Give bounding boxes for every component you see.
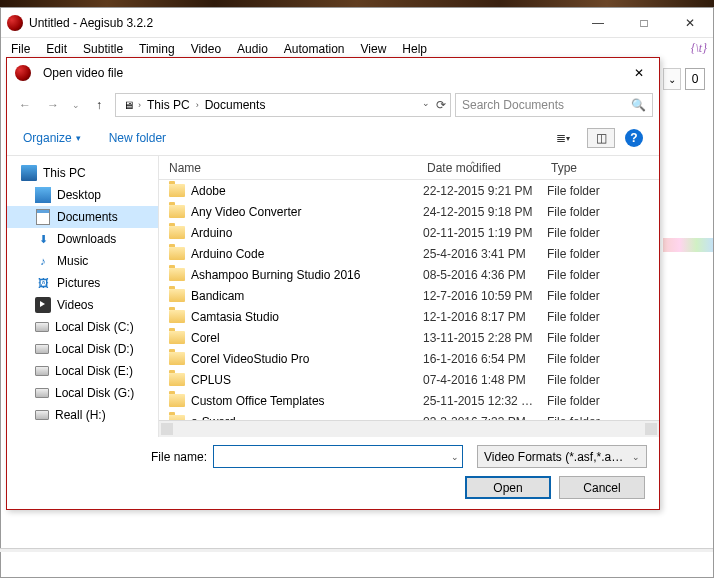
open-file-dialog: Open video file ✕ ← → ⌄ ↑ 🖥 › This PC › … (6, 57, 660, 510)
column-headers[interactable]: Name ⌃ Date modified Type (159, 156, 659, 180)
sidebar-item-pictures[interactable]: 🖼Pictures (7, 272, 158, 294)
sidebar-item-reall-h-[interactable]: Reall (H:) (7, 404, 158, 426)
pc-icon: 🖥 (120, 97, 136, 113)
open-button[interactable]: Open (465, 476, 551, 499)
help-icon[interactable]: ? (625, 129, 643, 147)
horizontal-scrollbar[interactable] (159, 420, 659, 437)
file-name: Custom Office Templates (191, 394, 423, 408)
menu-help[interactable]: Help (394, 39, 435, 59)
sidebar-item-local-disk-c-[interactable]: Local Disk (C:) (7, 316, 158, 338)
sidebar-item-downloads[interactable]: ⬇Downloads (7, 228, 158, 250)
chevron-right-icon: › (138, 100, 141, 110)
file-row[interactable]: e-Sword03-3-2016 7:33 PMFile folder (159, 411, 659, 420)
doc-icon (35, 209, 51, 225)
menu-audio[interactable]: Audio (229, 39, 276, 59)
organize-menu[interactable]: Organize▾ (23, 131, 81, 145)
folder-icon (169, 226, 185, 239)
file-date: 12-1-2016 8:17 PM (423, 310, 547, 324)
down-icon: ⬇ (35, 231, 51, 247)
file-row[interactable]: Adobe22-12-2015 9:21 PMFile folder (159, 180, 659, 201)
menu-file[interactable]: File (3, 39, 38, 59)
sidebar-item-label: Pictures (57, 276, 100, 290)
folder-icon (169, 184, 185, 197)
dialog-close-button[interactable]: ✕ (623, 60, 655, 86)
chevron-down-icon: ▾ (76, 133, 81, 143)
cancel-button[interactable]: Cancel (559, 476, 645, 499)
dialog-icon (15, 65, 31, 81)
column-date[interactable]: Date modified (417, 161, 541, 175)
column-name[interactable]: Name (159, 161, 417, 175)
window-close-button[interactable]: ✕ (667, 8, 713, 37)
sidebar-item-local-disk-g-[interactable]: Local Disk (G:) (7, 382, 158, 404)
minimize-button[interactable]: — (575, 8, 621, 37)
menu-edit[interactable]: Edit (38, 39, 75, 59)
background-strip-top (0, 0, 714, 7)
back-button[interactable]: ← (13, 93, 37, 117)
sidebar-item-music[interactable]: ♪Music (7, 250, 158, 272)
breadcrumb[interactable]: This PC (143, 96, 194, 114)
file-date: 13-11-2015 2:28 PM (423, 331, 547, 345)
sidebar-item-local-disk-d-[interactable]: Local Disk (D:) (7, 338, 158, 360)
maximize-button[interactable]: □ (621, 8, 667, 37)
sidebar-item-label: Documents (57, 210, 118, 224)
filename-input[interactable] (213, 445, 463, 468)
menu-subtitle[interactable]: Subtitle (75, 39, 131, 59)
toolbar-row: Organize▾ New folder ≣ ▾ ◫ ? (7, 121, 659, 155)
folder-icon (169, 394, 185, 407)
preview-pane-button[interactable]: ◫ (587, 128, 615, 148)
forward-button[interactable]: → (41, 93, 65, 117)
file-date: 25-4-2016 3:41 PM (423, 247, 547, 261)
file-row[interactable]: Corel VideoStudio Pro16-1-2016 6:54 PMFi… (159, 348, 659, 369)
history-dropdown-icon[interactable]: ⌄ (422, 98, 430, 112)
file-row[interactable]: Custom Office Templates25-11-2015 12:32 … (159, 390, 659, 411)
sidebar-item-videos[interactable]: Videos (7, 294, 158, 316)
titlebar[interactable]: Untitled - Aegisub 3.2.2 — □ ✕ (1, 8, 713, 38)
menu-view[interactable]: View (353, 39, 395, 59)
sidebar-item-local-disk-e-[interactable]: Local Disk (E:) (7, 360, 158, 382)
sidebar-item-this-pc[interactable]: This PC (7, 162, 158, 184)
toolbar-dropdown[interactable]: ⌄ (663, 68, 681, 90)
file-date: 08-5-2016 4:36 PM (423, 268, 547, 282)
file-row[interactable]: Ashampoo Burning Studio 201608-5-2016 4:… (159, 264, 659, 285)
chevron-right-icon: › (196, 100, 199, 110)
sidebar-item-desktop[interactable]: Desktop (7, 184, 158, 206)
recent-dropdown[interactable]: ⌄ (69, 93, 83, 117)
file-name: Corel VideoStudio Pro (191, 352, 423, 366)
filename-combo-arrow[interactable]: ⌄ (451, 452, 459, 462)
file-list[interactable]: Adobe22-12-2015 9:21 PMFile folderAny Vi… (159, 180, 659, 420)
file-row[interactable]: Arduino Code25-4-2016 3:41 PMFile folder (159, 243, 659, 264)
file-name: Corel (191, 331, 423, 345)
dialog-title: Open video file (43, 66, 123, 80)
file-name: Bandicam (191, 289, 423, 303)
file-date: 25-11-2015 12:32 … (423, 394, 547, 408)
menu-video[interactable]: Video (183, 39, 229, 59)
file-row[interactable]: CPLUS07-4-2016 1:48 PMFile folder (159, 369, 659, 390)
file-row[interactable]: Corel13-11-2015 2:28 PMFile folder (159, 327, 659, 348)
layer-number[interactable]: 0 (685, 68, 705, 90)
filetype-filter[interactable]: Video Formats (*.asf,*.avi,*.avs, ⌄ (477, 445, 647, 468)
file-type: File folder (547, 247, 659, 261)
up-button[interactable]: ↑ (87, 93, 111, 117)
refresh-icon[interactable]: ⟳ (436, 98, 446, 112)
sidebar-item-documents[interactable]: Documents (7, 206, 158, 228)
file-type: File folder (547, 268, 659, 282)
file-row[interactable]: Arduino02-11-2015 1:19 PMFile folder (159, 222, 659, 243)
file-date: 07-4-2016 1:48 PM (423, 373, 547, 387)
breadcrumb[interactable]: Documents (201, 96, 270, 114)
file-type: File folder (547, 226, 659, 240)
disk-icon (35, 344, 49, 354)
file-row[interactable]: Any Video Converter24-12-2015 9:18 PMFil… (159, 201, 659, 222)
dialog-titlebar[interactable]: Open video file ✕ (7, 58, 659, 88)
menu-automation[interactable]: Automation (276, 39, 353, 59)
address-bar[interactable]: 🖥 › This PC › Documents ⌄ ⟳ (115, 93, 451, 117)
file-name: Arduino Code (191, 247, 423, 261)
file-row[interactable]: Bandicam12-7-2016 10:59 PMFile folder (159, 285, 659, 306)
folder-icon (169, 373, 185, 386)
search-input[interactable] (462, 98, 631, 112)
column-type[interactable]: Type (541, 161, 659, 175)
file-row[interactable]: Camtasia Studio12-1-2016 8:17 PMFile fol… (159, 306, 659, 327)
search-box[interactable]: 🔍 (455, 93, 653, 117)
view-options-button[interactable]: ≣ ▾ (549, 128, 577, 148)
menu-timing[interactable]: Timing (131, 39, 183, 59)
new-folder-button[interactable]: New folder (109, 131, 166, 145)
